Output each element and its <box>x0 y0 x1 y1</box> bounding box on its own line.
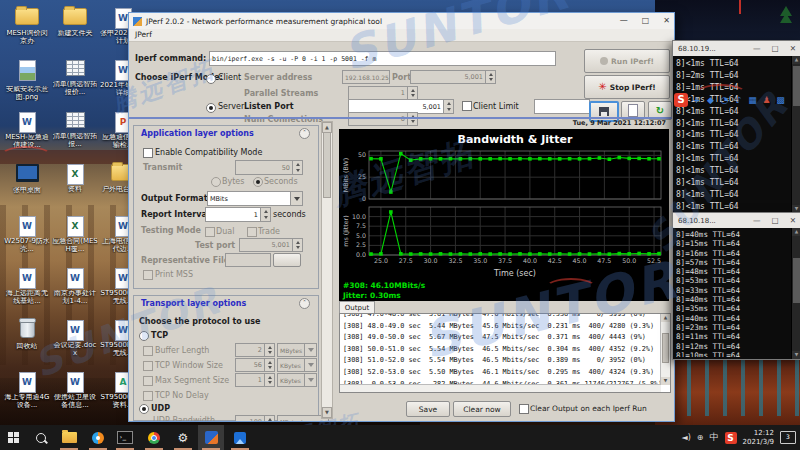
console-scrollbar[interactable]: ▲ ▼ <box>791 56 800 213</box>
target-icon[interactable]: ◆ <box>705 94 716 106</box>
stop-iperf-button[interactable]: ✳Stop IPerf! <box>584 75 670 99</box>
scrollbar-thumb[interactable] <box>793 258 800 303</box>
cmd-button[interactable]: ›_ <box>112 425 138 450</box>
scroll-down-icon[interactable]: ▼ <box>322 407 332 418</box>
tcp-radio[interactable] <box>139 331 149 341</box>
iperf-command-field[interactable]: bin/iperf.exe -s -u -P 0 -i 1 -p 5001 -f… <box>209 51 556 66</box>
scrollbar-thumb[interactable] <box>662 333 669 363</box>
maximize-icon[interactable]: □ <box>772 216 779 225</box>
ping-window-2[interactable]: 68.10.18... —□✕ 8]=40ms TTL=64 8]=15ms T… <box>672 212 800 360</box>
clear-now-button[interactable]: Clear now <box>453 401 511 417</box>
desktop-icon-4[interactable]: 安威安装示意图.png <box>4 58 50 108</box>
parallel-streams-spinner[interactable]: 1 <box>348 86 418 100</box>
scroll-up-icon[interactable]: ▲ <box>661 314 670 322</box>
chevron-down-icon[interactable] <box>290 192 302 205</box>
desktop-icon-20[interactable]: W会议记要.docx <box>52 318 98 368</box>
report-interval-spinner[interactable]: 1 <box>205 207 271 222</box>
desktop-icon-17[interactable]: W南京办事处计划1-4... <box>52 266 98 316</box>
chrome-button[interactable] <box>141 425 167 450</box>
spinner-arrows[interactable] <box>264 416 274 422</box>
client-radio[interactable] <box>206 74 216 84</box>
jperf-titlebar[interactable]: JPerf 2.0.2 - Network performance measur… <box>129 13 674 29</box>
desktop-icon-1[interactable]: MESH询价闵京办 <box>4 6 50 56</box>
skin-icon[interactable]: ♟ <box>761 94 772 106</box>
photos-button[interactable] <box>227 425 253 450</box>
collapse-icon[interactable]: ˆ <box>299 298 310 309</box>
spinner-arrows[interactable] <box>292 239 302 251</box>
desktop-icon-23[interactable]: W便携站卫星设备信息... <box>52 370 98 420</box>
mss-unit-dropdown[interactable]: KBytes <box>277 373 317 387</box>
scroll-down-icon[interactable]: ▼ <box>661 377 670 385</box>
tcp-window-unit-dropdown[interactable]: KBytes <box>277 358 317 372</box>
spinner-arrows[interactable] <box>407 113 417 125</box>
sogou-input-toolbar[interactable]: S + ◆ ◔ ♪ ▦ ♟ ▩ <box>674 92 800 108</box>
ping-window-2-titlebar[interactable]: 68.10.18... —□✕ <box>673 213 800 228</box>
spinner-arrows[interactable] <box>292 161 302 174</box>
transmit-spinner[interactable]: 50 <box>235 160 303 175</box>
collapse-icon[interactable]: ˆ <box>299 128 310 139</box>
speaker-icon[interactable]: ◄) <box>682 433 691 442</box>
scroll-down-icon[interactable]: ▼ <box>792 351 800 359</box>
server-address-field[interactable]: 192.168.10.253 <box>342 70 390 84</box>
spinner-arrows[interactable] <box>443 100 453 113</box>
compatibility-checkbox[interactable] <box>143 148 153 158</box>
ping-window-1-titlebar[interactable]: 68.10.19... —□✕ <box>673 41 800 56</box>
console-scrollbar[interactable]: ▲ ▼ <box>791 228 800 359</box>
browse-button[interactable] <box>273 253 301 267</box>
scrollbar-thumb[interactable] <box>323 132 331 198</box>
close-icon[interactable]: ✕ <box>790 216 796 225</box>
clear-output-checkbox[interactable] <box>519 404 529 414</box>
chevron-down-icon[interactable] <box>304 374 316 386</box>
output-scrollbar[interactable]: ▲ ▼ <box>660 314 670 385</box>
add-icon[interactable]: + <box>691 94 702 106</box>
quicker-app-button[interactable] <box>85 425 111 450</box>
seconds-radio[interactable] <box>253 177 263 187</box>
clock-icon[interactable]: ◔ <box>719 94 730 106</box>
file-explorer-button[interactable] <box>56 425 82 450</box>
notification-icon[interactable]: 3 <box>780 431 796 444</box>
spinner-arrows[interactable] <box>407 87 417 99</box>
desktop-icon-14[interactable]: X应急合同(MESH覆... <box>52 214 98 264</box>
desktop-icon-8[interactable]: 清单(腾远智拓报... <box>52 110 98 160</box>
mss-spinner[interactable]: 1 <box>235 373 275 387</box>
keyboard-icon[interactable]: ▦ <box>747 94 758 106</box>
desktop-icon-2[interactable]: 新建文件夹 <box>52 6 98 56</box>
sogou-tray-icon[interactable]: S <box>725 432 737 444</box>
spinner-arrows[interactable] <box>485 71 495 83</box>
spinner-arrows[interactable] <box>260 208 270 221</box>
microphone-icon[interactable]: ♪ <box>733 94 744 106</box>
tcp-window-checkbox[interactable] <box>143 361 153 371</box>
buffer-length-spinner[interactable]: 2 <box>235 343 275 357</box>
chevron-down-icon[interactable] <box>304 344 316 356</box>
buffer-length-unit-dropdown[interactable]: MBytes <box>277 343 317 357</box>
jperf-menubar[interactable]: JPerf <box>129 29 674 42</box>
desktop-icon-13[interactable]: WW2507-9防水壳... <box>4 214 50 264</box>
dual-checkbox[interactable] <box>205 227 215 237</box>
desktop-icon-19[interactable]: 回收站 <box>4 318 50 368</box>
print-mss-checkbox[interactable] <box>143 270 153 280</box>
jperf-window[interactable]: JPerf 2.0.2 - Network performance measur… <box>128 12 675 422</box>
spinner-arrows[interactable] <box>264 344 274 356</box>
buffer-length-checkbox[interactable] <box>143 346 153 356</box>
ping-window-1[interactable]: 68.10.19... —□✕ 8]<1ms TTL=64 8]=2ms TTL… <box>672 40 800 214</box>
settings-button[interactable]: ⚙ <box>170 425 196 450</box>
network-globe-icon[interactable]: ⊕ <box>697 433 704 442</box>
minimize-icon[interactable]: — <box>620 13 628 29</box>
sogou-icon[interactable]: S <box>674 93 688 107</box>
minimize-icon[interactable]: — <box>753 44 761 53</box>
bytes-radio[interactable] <box>211 177 221 187</box>
output-console[interactable]: [308] 47.0-48.0 sec 5.61 MBytes 47.0 Mbi… <box>339 313 671 393</box>
mss-checkbox[interactable] <box>143 376 153 386</box>
menu-jperf[interactable]: JPerf <box>135 30 152 39</box>
test-port-spinner[interactable]: 5,001 <box>239 238 303 252</box>
representative-file-field[interactable] <box>225 253 271 267</box>
desktop-icon-10[interactable]: 张甲桌面 <box>4 162 50 212</box>
start-button[interactable] <box>0 425 26 450</box>
close-icon[interactable]: ✕ <box>790 44 796 53</box>
maximize-icon[interactable]: □ <box>642 13 650 29</box>
desktop-icon-7[interactable]: WMESH-应急通信建设... <box>4 110 50 160</box>
client-limit-field[interactable] <box>534 99 590 114</box>
jperf-taskbar-button[interactable] <box>198 425 224 450</box>
run-iperf-button[interactable]: Run IPerf! <box>584 49 670 73</box>
trade-checkbox[interactable] <box>247 227 257 237</box>
